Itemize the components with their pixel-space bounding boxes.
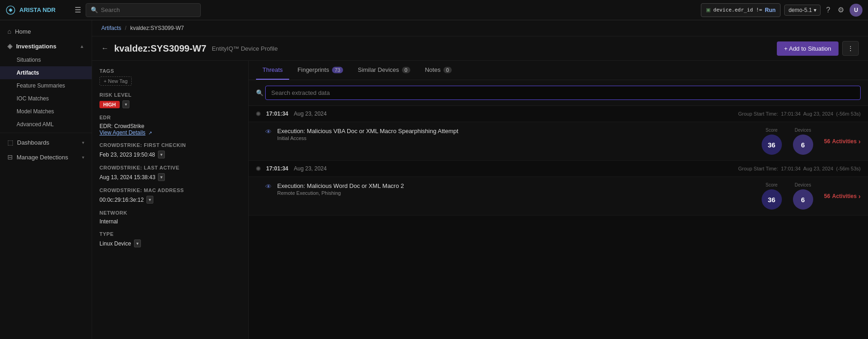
breadcrumb-current: kvaldez:SYS3099-W7 bbox=[130, 25, 184, 31]
group-start-date-0: Aug 23, 2024 bbox=[803, 111, 833, 117]
event-date-0: Aug 23, 2024 bbox=[294, 111, 326, 117]
event-header-1: 17:01:34 Aug 23, 2024 Group Start Time: … bbox=[249, 161, 868, 176]
chevron-down-icon: ▾ bbox=[82, 140, 84, 145]
demo-selector[interactable]: demo-5.1 ▾ bbox=[784, 5, 821, 16]
chevron-up-icon: ▲ bbox=[80, 44, 84, 49]
content-area: Tags + New Tag Risk Level HIGH ▾ EDR EDR… bbox=[92, 61, 868, 339]
tab-fingerprints[interactable]: Fingerprints 73 bbox=[291, 61, 350, 80]
menu-icon[interactable]: ☰ bbox=[75, 6, 81, 14]
sidebar-item-feature-summaries[interactable]: Feature Summaries bbox=[0, 79, 92, 92]
last-active-value: Aug 13, 2024 15:38:43 bbox=[99, 174, 155, 181]
breadcrumb-artifacts-link[interactable]: Artifacts bbox=[101, 25, 121, 31]
search-bar-icon: 🔍 bbox=[256, 89, 263, 96]
tags-label: Tags bbox=[99, 68, 241, 74]
run-button[interactable]: Run bbox=[765, 7, 775, 13]
search-icon: 🔍 bbox=[91, 6, 98, 13]
devices-col-0: Devices 6 bbox=[793, 128, 813, 155]
devices-circle-1: 6 bbox=[793, 189, 813, 210]
event-header-0: 17:01:34 Aug 23, 2024 Group Start Time: … bbox=[249, 106, 868, 122]
demo-label: demo-5.1 bbox=[788, 7, 812, 13]
group-start-date-1: Aug 23, 2024 bbox=[803, 166, 833, 171]
group-start-time-0: 17:01:34 bbox=[781, 111, 801, 117]
tab-notes[interactable]: Notes 0 bbox=[419, 61, 458, 80]
timeline-dot-1 bbox=[256, 166, 261, 171]
type-row: Linux Device ▾ bbox=[99, 240, 241, 247]
mac-row: 00:0c:29:16:3e:12 ▾ bbox=[99, 196, 241, 204]
sidebar-item-manage-detections[interactable]: ⊟ Manage Detections ▾ bbox=[0, 150, 92, 164]
risk-dropdown[interactable]: ▾ bbox=[122, 100, 129, 108]
sidebar-item-model-matches[interactable]: Model Matches bbox=[0, 105, 92, 118]
network-label: Network bbox=[99, 210, 241, 216]
mac-label: CrowdStrike: Mac Address bbox=[99, 187, 241, 193]
event-row-0[interactable]: 👁 Execution: Malicious VBA Doc or XML Ma… bbox=[249, 122, 868, 160]
score-circle-0: 36 bbox=[762, 134, 782, 155]
group-start-offset-0: (-56m 53s) bbox=[836, 111, 861, 117]
investigations-icon: ◈ bbox=[7, 42, 12, 50]
event-content-1: Execution: Malicious Word Doc or XML Mac… bbox=[277, 182, 756, 196]
event-tags-1: Remote Execution, Phishing bbox=[277, 190, 756, 196]
sidebar-item-investigations[interactable]: ◈ Investigations ▲ bbox=[0, 39, 92, 53]
sidebar-item-situations[interactable]: Situations bbox=[0, 53, 92, 66]
score-col-1: Score 36 bbox=[762, 182, 782, 210]
tab-threats-label: Threats bbox=[262, 66, 283, 73]
edr-value: EDR: CrowdStrike bbox=[99, 123, 241, 129]
add-to-situation-button[interactable]: + Add to Situation bbox=[777, 41, 839, 56]
edr-label: EDR bbox=[99, 115, 241, 120]
settings-button[interactable]: ⚙ bbox=[836, 4, 846, 16]
sidebar-item-artifacts[interactable]: Artifacts bbox=[0, 66, 92, 79]
risk-level-label: Risk Level bbox=[99, 92, 241, 98]
tabs-bar: Threats Fingerprints 73 Similar Devices … bbox=[249, 61, 868, 80]
event-scores-1: Score 36 Devices 6 56 Activities bbox=[762, 182, 861, 210]
last-active-dropdown[interactable]: ▾ bbox=[158, 173, 165, 181]
tab-threats[interactable]: Threats bbox=[256, 61, 289, 80]
timeline-dot-0 bbox=[256, 111, 261, 116]
svg-point-1 bbox=[9, 9, 12, 12]
dashboards-icon: ⬚ bbox=[7, 139, 13, 146]
tab-similar-devices[interactable]: Similar Devices 0 bbox=[351, 61, 417, 80]
first-checkin-dropdown[interactable]: ▾ bbox=[158, 151, 165, 158]
activities-col-0[interactable]: 56 Activities › bbox=[824, 138, 861, 145]
view-agent-row: View Agent Details ↗ bbox=[99, 129, 241, 136]
network-value: Internal bbox=[99, 218, 241, 225]
view-agent-link[interactable]: View Agent Details bbox=[99, 129, 146, 136]
sidebar: ⌂ Home ◈ Investigations ▲ Situations Art… bbox=[0, 20, 92, 339]
sidebar-dashboards-label: Dashboards bbox=[17, 139, 49, 146]
group-start-1: Group Start Time: 17:01:34 Aug 23, 2024 … bbox=[738, 166, 861, 171]
sidebar-item-advanced-aml[interactable]: Advanced AML bbox=[0, 118, 92, 131]
search-extracted-input[interactable] bbox=[265, 86, 861, 100]
group-start-offset-1: (-56m 53s) bbox=[836, 166, 861, 171]
activities-col-1[interactable]: 56 Activities › bbox=[824, 193, 861, 200]
score-circle-1: 36 bbox=[762, 189, 782, 210]
mac-dropdown[interactable]: ▾ bbox=[146, 196, 153, 204]
query-bar: ▣ device.edr_id != Run bbox=[701, 3, 781, 17]
type-dropdown[interactable]: ▾ bbox=[134, 240, 141, 247]
back-button[interactable]: ← bbox=[101, 44, 109, 53]
first-checkin-row: Feb 23, 2023 19:50:48 ▾ bbox=[99, 151, 241, 158]
last-active-row: Aug 13, 2024 15:38:43 ▾ bbox=[99, 173, 241, 181]
event-row-1[interactable]: 👁 Execution: Malicious Word Doc or XML M… bbox=[249, 176, 868, 215]
avatar[interactable]: U bbox=[850, 4, 862, 17]
search-box[interactable]: 🔍 bbox=[86, 3, 201, 17]
sidebar-section-main: ⌂ Home ◈ Investigations ▲ Situations Art… bbox=[0, 20, 92, 168]
search-input[interactable] bbox=[101, 6, 196, 13]
type-label: Type bbox=[99, 231, 241, 237]
logo: ARISTA NDR bbox=[6, 5, 70, 15]
event-content-0: Execution: Malicious VBA Doc or XML Macr… bbox=[277, 128, 756, 141]
activities-count-0: 56 bbox=[824, 138, 830, 145]
score-label-0: Score bbox=[762, 128, 782, 133]
help-button[interactable]: ? bbox=[824, 4, 832, 16]
more-options-button[interactable]: ⋮ bbox=[842, 41, 859, 56]
activities-chevron-1: › bbox=[858, 193, 861, 200]
sidebar-item-dashboards[interactable]: ⬚ Dashboards ▾ bbox=[0, 135, 92, 150]
sidebar-investigations-label: Investigations bbox=[16, 43, 56, 50]
sidebar-item-home[interactable]: ⌂ Home bbox=[0, 24, 92, 39]
breadcrumb-separator: / bbox=[125, 25, 126, 31]
type-value: Linux Device bbox=[99, 240, 131, 247]
eye-icon-1: 👁 bbox=[265, 183, 272, 190]
topnav: ARISTA NDR ☰ 🔍 ▣ device.edr_id != Run de… bbox=[0, 0, 868, 20]
new-tag-button[interactable]: + New Tag bbox=[99, 76, 132, 86]
tab-notes-label: Notes bbox=[425, 66, 441, 73]
events-list: 17:01:34 Aug 23, 2024 Group Start Time: … bbox=[249, 106, 868, 339]
similar-devices-badge: 0 bbox=[402, 67, 410, 73]
sidebar-item-ioc-matches[interactable]: IOC Matches bbox=[0, 92, 92, 105]
